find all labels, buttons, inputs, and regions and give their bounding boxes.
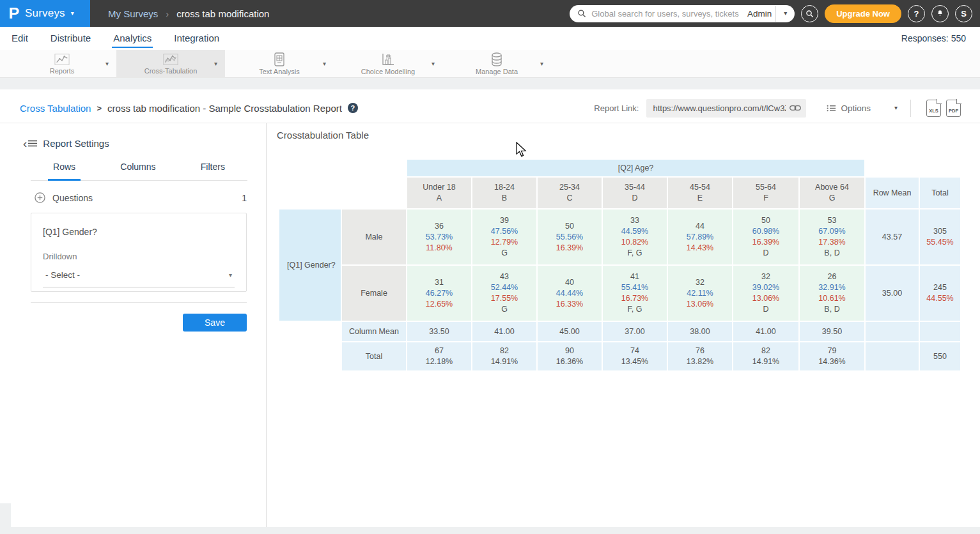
help-button[interactable]: ? <box>908 5 925 22</box>
total-cell: 7613.82% <box>668 342 732 370</box>
breadcrumb-separator-icon: > <box>97 103 102 113</box>
question-title: [Q1] Gender? <box>43 227 235 237</box>
column-mean-cell: 41.00 <box>733 322 798 341</box>
caret-down-icon[interactable]: ▾ <box>432 61 435 67</box>
choice-chart-icon <box>381 52 395 66</box>
caret-down-icon[interactable]: ▾ <box>323 61 326 67</box>
column-header: 18-24B <box>472 178 536 208</box>
total-cell: 7914.36% <box>800 342 864 370</box>
settings-tabs: Rows Columns Filters <box>31 162 247 181</box>
row-label: Male <box>342 210 406 264</box>
caret-down-icon[interactable]: ▾ <box>780 10 791 17</box>
help-icon[interactable]: ? <box>348 103 358 113</box>
menu-icon <box>28 140 37 147</box>
export-xls-button[interactable]: XLS <box>926 100 941 117</box>
add-circle-icon[interactable] <box>35 192 45 203</box>
report-link-field[interactable]: https://www.questionpro.com/t/lCw3Zc <box>646 99 806 118</box>
responses-count: Responses: 550 <box>901 33 970 43</box>
toolbar-item-label: Reports <box>50 67 75 75</box>
caret-down-icon[interactable]: ▾ <box>105 61 109 67</box>
toolbar-item-choice-modelling[interactable]: Choice Modelling ▾ <box>334 50 442 78</box>
tab-columns[interactable]: Columns <box>115 162 160 181</box>
tab-distribute[interactable]: Distribute <box>49 29 92 48</box>
data-row-male: [Q1] Gender? Male 3653.73%11.80% 3947.56… <box>279 210 960 264</box>
options-label: Options <box>841 103 871 113</box>
data-cell: 4457.89%14.43% <box>668 210 732 264</box>
global-search[interactable]: Admin ▾ <box>570 5 795 22</box>
empty-cell <box>920 322 960 341</box>
product-switcher[interactable]: P Surveys ▾ <box>0 0 90 27</box>
data-cell: 5055.56%16.39% <box>538 210 602 264</box>
tab-edit[interactable]: Edit <box>10 29 29 48</box>
row-mean-cell: 35.00 <box>866 266 919 321</box>
global-search-input[interactable] <box>590 8 743 19</box>
caret-down-icon[interactable]: ▾ <box>214 61 217 67</box>
question-mark-icon: ? <box>914 9 919 19</box>
header-row: Under 18A 18-24B 25-34C 35-44D 45-54E 55… <box>279 178 960 208</box>
caret-down-icon: ▾ <box>71 10 74 17</box>
toolbar-item-text-analysis[interactable]: Text Analysis ▾ <box>225 50 334 78</box>
column-header: Above 64G <box>800 178 864 208</box>
report-breadcrumb: Cross Tabulation > cross tab modificatio… <box>20 103 358 114</box>
drilldown-select[interactable]: - Select - ▾ <box>43 267 235 287</box>
toolbar-item-label: Text Analysis <box>259 68 300 75</box>
total-row: Total 6712.18% 8214.91% 9016.36% 7413.45… <box>279 342 960 370</box>
column-header: 25-34C <box>538 178 602 208</box>
breadcrumb-cross-tabulation[interactable]: Cross Tabulation <box>20 103 91 114</box>
topbar-breadcrumb: My Surveys › cross tab modification <box>108 8 269 19</box>
breadcrumb-separator-icon: › <box>166 8 169 19</box>
questions-section-header[interactable]: Questions 1 <box>35 192 247 203</box>
report-link-url[interactable]: https://www.questionpro.com/t/lCw3Zc <box>653 103 786 113</box>
account-avatar[interactable]: S <box>955 5 972 22</box>
caret-down-icon: ▾ <box>229 272 232 278</box>
total-cell: 8214.91% <box>733 342 798 370</box>
save-row: Save <box>0 314 247 332</box>
page-corner <box>0 503 11 527</box>
line-chart-icon <box>54 53 70 66</box>
upgrade-button[interactable]: Upgrade Now <box>825 4 901 23</box>
empty-cell <box>866 322 919 341</box>
toolbar-item-manage-data[interactable]: Manage Data ▾ <box>442 50 551 78</box>
data-cell: 5060.98%16.39%D <box>733 210 798 264</box>
total-cell: 9016.36% <box>538 342 602 370</box>
report-settings-header: ‹ Report Settings <box>23 138 266 149</box>
toolbar-item-reports[interactable]: Reports ▾ <box>8 50 116 78</box>
spacer-cell <box>279 322 341 341</box>
tab-rows[interactable]: Rows <box>48 162 81 181</box>
column-header: 55-64F <box>733 178 798 208</box>
caret-down-icon[interactable]: ▾ <box>894 105 898 111</box>
caret-down-icon[interactable]: ▾ <box>540 61 543 67</box>
report-title: cross tab modification - Sample Crosstab… <box>107 103 342 114</box>
export-pdf-button[interactable]: PDF <box>946 100 961 117</box>
chevron-left-icon: ‹ <box>23 139 27 148</box>
divider <box>910 100 911 117</box>
breadcrumb-my-surveys[interactable]: My Surveys <box>108 8 158 19</box>
total-header: Total <box>920 178 960 208</box>
search-scope-selector[interactable]: Admin <box>747 9 772 19</box>
column-mean-cell: 37.00 <box>603 322 667 341</box>
content-area: Cross Tabulation > cross tab modificatio… <box>0 89 980 527</box>
toolbar-item-cross-tabulation[interactable]: Cross-Tabulation ▾ <box>116 50 225 78</box>
spacer-cell <box>866 160 960 176</box>
column-mean-cell: 45.00 <box>538 322 602 341</box>
save-button[interactable]: Save <box>183 314 247 332</box>
collapse-panel-icon[interactable]: ‹ <box>23 139 37 148</box>
link-icon[interactable] <box>789 104 801 112</box>
total-cell: 7413.45% <box>603 342 667 370</box>
row-mean-header: Row Mean <box>866 178 919 208</box>
column-group-header: [Q2] Age? <box>407 160 864 176</box>
questions-label: Questions <box>52 193 93 203</box>
page-bottom-gutter <box>0 527 980 534</box>
search-button[interactable] <box>801 5 818 22</box>
options-dropdown[interactable]: Options ▾ <box>827 103 898 113</box>
spacer-cell <box>279 342 341 370</box>
tab-filters[interactable]: Filters <box>196 162 230 181</box>
tab-integration[interactable]: Integration <box>173 29 221 48</box>
toolbar-item-label: Cross-Tabulation <box>144 67 198 75</box>
questionpro-logo: P <box>9 6 20 21</box>
notifications-button[interactable] <box>931 5 949 22</box>
column-header: Under 18A <box>407 178 471 208</box>
tab-analytics[interactable]: Analytics <box>112 29 153 48</box>
report-link-label: Report Link: <box>594 103 639 113</box>
analytics-toolbar: Reports ▾ Cross-Tabulation ▾ Text Analys… <box>0 50 980 78</box>
